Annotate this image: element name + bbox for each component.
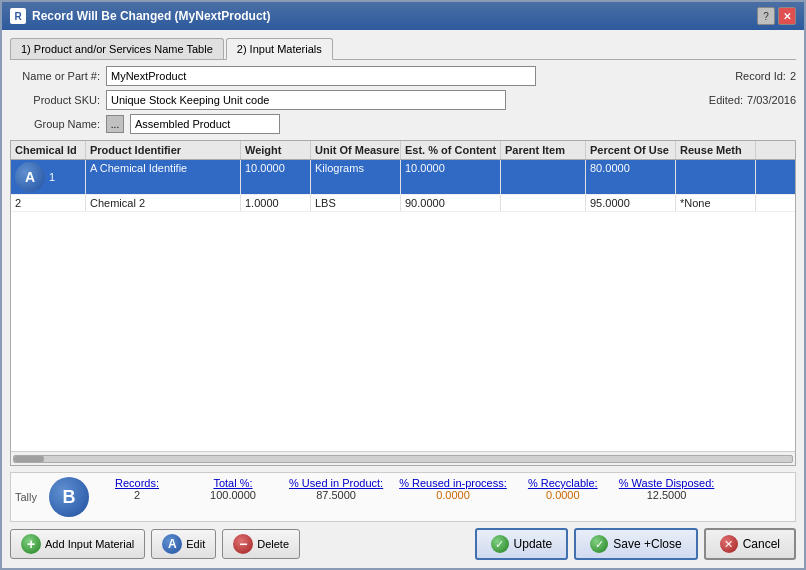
materials-table: Chemical Id Product Identifier Weight Un…	[10, 140, 796, 466]
cell-uom: LBS	[311, 195, 401, 211]
horizontal-scrollbar[interactable]	[11, 451, 795, 465]
cell-pou: 80.0000	[586, 160, 676, 194]
table-row[interactable]: A 1 A Chemical Identifie 10.0000 Kilogra…	[11, 160, 795, 195]
col-header-parent: Parent Item	[501, 141, 586, 159]
tally-used-value: 87.5000	[316, 489, 356, 501]
tally-total-label[interactable]: Total %:	[213, 477, 252, 489]
tally-total-value: 100.0000	[210, 489, 256, 501]
title-bar: R Record Will Be Changed (MyNextProduct)…	[2, 2, 804, 30]
cell-parent	[501, 195, 586, 211]
edited-label: Edited:	[709, 94, 743, 106]
main-content: 1) Product and/or Services Name Table 2)…	[2, 30, 804, 568]
record-id-value: 2	[790, 70, 796, 82]
sku-label: Product SKU:	[10, 94, 100, 106]
cell-est: 90.0000	[401, 195, 501, 211]
tally-recyclable-value: 0.0000	[546, 489, 580, 501]
cell-weight: 10.0000	[241, 160, 311, 194]
cell-chem-id: A 1	[11, 160, 86, 194]
add-icon: +	[21, 534, 41, 554]
row-icon-a: A	[15, 162, 45, 192]
sku-input[interactable]	[106, 90, 506, 110]
col-header-chem-id: Chemical Id	[11, 141, 86, 159]
tally-used-label[interactable]: % Used in Product:	[289, 477, 383, 489]
edit-icon: A	[162, 534, 182, 554]
cell-chem-id: 2	[11, 195, 86, 211]
col-header-reuse: Reuse Meth	[676, 141, 756, 159]
record-id-label: Record Id:	[735, 70, 786, 82]
cell-parent	[501, 160, 586, 194]
update-button[interactable]: ✓ Update	[475, 528, 569, 560]
add-input-material-button[interactable]: + Add Input Material	[10, 529, 145, 559]
tally-reused-value: 0.0000	[436, 489, 470, 501]
table-header: Chemical Id Product Identifier Weight Un…	[11, 141, 795, 160]
check-icon: ✓	[491, 535, 509, 553]
col-header-est: Est. % of Content	[401, 141, 501, 159]
bottom-buttons: + Add Input Material A Edit − Delete ✓ U…	[10, 528, 796, 560]
edited-value: 7/03/2016	[747, 94, 796, 106]
tally-section: Tally B Records: 2 Total %: 100.0000 % U…	[10, 472, 796, 522]
table-row[interactable]: 2 Chemical 2 1.0000 LBS 90.0000 95.0000 …	[11, 195, 795, 212]
x-icon: ✕	[720, 535, 738, 553]
table-body: A 1 A Chemical Identifie 10.0000 Kilogra…	[11, 160, 795, 451]
tally-grid: Records: 2 Total %: 100.0000 % Used in P…	[97, 477, 791, 501]
group-browse-button[interactable]: ...	[106, 115, 124, 133]
window-title: Record Will Be Changed (MyNextProduct)	[32, 9, 271, 23]
group-input[interactable]	[130, 114, 280, 134]
group-label: Group Name:	[10, 118, 100, 130]
cell-product-id: Chemical 2	[86, 195, 241, 211]
cell-product-id: A Chemical Identifie	[86, 160, 241, 194]
name-input[interactable]	[106, 66, 536, 86]
cell-reuse: *None	[676, 195, 756, 211]
col-header-weight: Weight	[241, 141, 311, 159]
tab-product-services[interactable]: 1) Product and/or Services Name Table	[10, 38, 224, 59]
cell-pou: 95.0000	[586, 195, 676, 211]
col-header-pou: Percent Of Use	[586, 141, 676, 159]
tally-records-label[interactable]: Records:	[115, 477, 159, 489]
col-header-uom: Unit Of Measure	[311, 141, 401, 159]
close-button[interactable]: ✕	[778, 7, 796, 25]
tab-input-materials[interactable]: 2) Input Materials	[226, 38, 333, 60]
cell-uom: Kilograms	[311, 160, 401, 194]
delete-button[interactable]: − Delete	[222, 529, 300, 559]
tab-bar: 1) Product and/or Services Name Table 2)…	[10, 38, 796, 60]
form-section: Name or Part #: Record Id: 2 Product SKU…	[10, 66, 796, 134]
edit-button[interactable]: A Edit	[151, 529, 216, 559]
cell-weight: 1.0000	[241, 195, 311, 211]
save-close-button[interactable]: ✓ Save +Close	[574, 528, 697, 560]
tally-icon: B	[49, 477, 89, 517]
delete-icon: −	[233, 534, 253, 554]
window-icon: R	[10, 8, 26, 24]
tally-label-text: Tally	[15, 491, 41, 503]
group-row: Group Name: ...	[10, 114, 796, 134]
check-icon-save: ✓	[590, 535, 608, 553]
tally-records-value: 2	[134, 489, 140, 501]
cell-reuse	[676, 160, 756, 194]
main-window: R Record Will Be Changed (MyNextProduct)…	[0, 0, 806, 570]
sku-row: Product SKU: Edited: 7/03/2016	[10, 90, 796, 110]
help-button[interactable]: ?	[757, 7, 775, 25]
cell-est: 10.0000	[401, 160, 501, 194]
name-label: Name or Part #:	[10, 70, 100, 82]
cancel-button[interactable]: ✕ Cancel	[704, 528, 796, 560]
tally-waste-label[interactable]: % Waste Disposed:	[619, 477, 715, 489]
tally-recyclable-label[interactable]: % Recyclable:	[528, 477, 598, 489]
tally-reused-label[interactable]: % Reused in-process:	[399, 477, 507, 489]
col-header-product-id: Product Identifier	[86, 141, 241, 159]
tally-waste-value: 12.5000	[647, 489, 687, 501]
name-row: Name or Part #: Record Id: 2	[10, 66, 796, 86]
